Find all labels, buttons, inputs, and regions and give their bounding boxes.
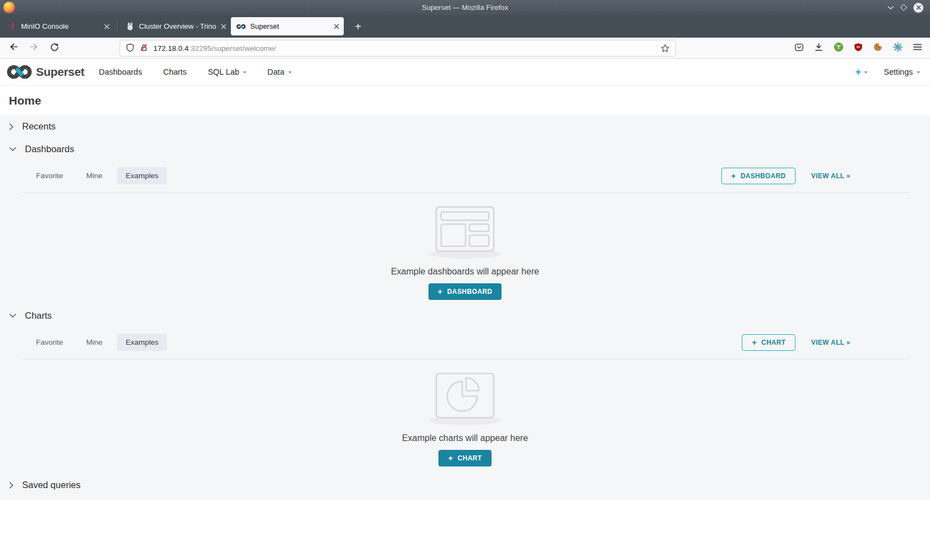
- section-label: Charts: [25, 310, 52, 321]
- extension-green-icon[interactable]: [834, 42, 844, 54]
- nav-item-label: SQL Lab: [208, 68, 239, 76]
- new-item-menu-button[interactable]: +: [855, 67, 867, 77]
- button-label: CHART: [458, 454, 482, 462]
- tab-trino[interactable]: Cluster Overview - Trino: [120, 17, 231, 35]
- dashboards-empty-state: Example dashboards will appear here + DA…: [0, 193, 930, 304]
- tab-favorite[interactable]: Favorite: [27, 167, 72, 184]
- add-chart-cta-button[interactable]: + CHART: [438, 450, 491, 466]
- tab-close-icon[interactable]: [334, 24, 339, 29]
- extension-asterisk-icon[interactable]: [893, 42, 903, 54]
- superset-brand[interactable]: Superset: [7, 64, 84, 80]
- plus-icon: +: [448, 454, 453, 462]
- tab-superset[interactable]: Superset: [231, 17, 344, 35]
- section-saved-queries[interactable]: Saved queries: [0, 471, 930, 500]
- minio-favicon: [9, 22, 17, 30]
- nav-item-data[interactable]: Data: [267, 68, 292, 76]
- chevron-down-icon: [9, 313, 17, 318]
- tab-examples[interactable]: Examples: [117, 167, 167, 184]
- plus-icon: +: [438, 288, 443, 295]
- tab-minio-console[interactable]: MinIO Console: [3, 17, 114, 35]
- charts-controls: Favorite Mine Examples + CHART VIEW ALL …: [27, 334, 910, 351]
- tab-close-icon[interactable]: [221, 24, 226, 29]
- insecure-lock-icon[interactable]: [140, 43, 148, 54]
- dashboards-view-all-link[interactable]: VIEW ALL »: [811, 172, 850, 180]
- tab-mine[interactable]: Mine: [78, 334, 111, 351]
- trino-favicon: [126, 22, 135, 31]
- empty-dashboard-icon: [423, 206, 507, 259]
- url-host: 172.18.0.4: [153, 44, 189, 53]
- forward-button-icon[interactable]: [29, 43, 39, 53]
- section-charts[interactable]: Charts: [0, 304, 930, 327]
- chevron-right-icon: [9, 481, 14, 489]
- chevron-right-icon: [9, 123, 14, 131]
- extension-cookie-icon[interactable]: [873, 42, 883, 54]
- nav-item-label: Data: [267, 68, 285, 76]
- button-label: DASHBOARD: [741, 172, 786, 180]
- nav-item-dashboards[interactable]: Dashboards: [99, 68, 142, 76]
- superset-navbar: Superset Dashboards Charts SQL Lab Data …: [0, 59, 930, 86]
- window-controls: [887, 0, 923, 15]
- tab-examples[interactable]: Examples: [117, 334, 167, 351]
- nav-item-charts[interactable]: Charts: [163, 68, 187, 76]
- section-label: Recents: [22, 121, 56, 132]
- tab-mine[interactable]: Mine: [78, 167, 111, 184]
- downloads-icon[interactable]: [814, 43, 824, 54]
- chevron-down-icon: [9, 147, 17, 152]
- window-close-icon[interactable]: [913, 3, 923, 13]
- section-label: Dashboards: [25, 144, 74, 154]
- window-title: Superset — Mozilla Firefox: [422, 3, 508, 12]
- charts-view-all-link[interactable]: VIEW ALL »: [811, 339, 850, 346]
- new-tab-button[interactable]: +: [352, 21, 365, 32]
- add-dashboard-button[interactable]: + DASHBOARD: [721, 168, 796, 184]
- plus-icon: +: [731, 172, 736, 180]
- url-text: 172.18.0.4:32295/superset/welcome/: [153, 44, 276, 53]
- add-dashboard-cta-button[interactable]: + DASHBOARD: [428, 283, 502, 300]
- back-button-icon[interactable]: [9, 43, 18, 53]
- url-path: :32295/superset/welcome/: [189, 44, 276, 53]
- settings-label: Settings: [884, 68, 913, 76]
- nav-item-sql-lab[interactable]: SQL Lab: [208, 68, 246, 76]
- window-maximize-icon[interactable]: [900, 4, 907, 11]
- tab-title: Cluster Overview - Trino: [139, 22, 216, 30]
- superset-logo-icon: [7, 64, 32, 80]
- plus-icon: +: [855, 67, 861, 77]
- section-dashboards[interactable]: Dashboards: [0, 138, 930, 160]
- nav-item-label: Charts: [163, 68, 187, 76]
- empty-state-text: Example charts will appear here: [402, 433, 528, 443]
- window-titlebar: Superset — Mozilla Firefox: [0, 0, 930, 15]
- caret-down-icon: [917, 71, 920, 74]
- home-content: Recents Dashboards Favorite Mine Example…: [0, 115, 930, 500]
- empty-chart-icon: [423, 372, 507, 426]
- tab-favorite[interactable]: Favorite: [27, 334, 72, 351]
- superset-menu: Dashboards Charts SQL Lab Data: [99, 68, 291, 76]
- dashboards-controls: Favorite Mine Examples + DASHBOARD VIEW …: [27, 167, 910, 184]
- button-label: CHART: [761, 339, 786, 346]
- tab-title: Superset: [250, 22, 329, 30]
- empty-state-text: Example dashboards will appear here: [391, 267, 539, 277]
- shield-icon[interactable]: [126, 43, 135, 54]
- button-label: DASHBOARD: [447, 288, 493, 295]
- page-title: Home: [9, 94, 921, 107]
- menu-hamburger-icon[interactable]: [913, 43, 922, 53]
- settings-menu-button[interactable]: Settings: [884, 68, 920, 76]
- brand-name: Superset: [36, 65, 84, 79]
- charts-filter-tabs: Favorite Mine Examples: [27, 334, 167, 351]
- superset-favicon: [236, 23, 246, 30]
- tab-title: MinIO Console: [21, 22, 100, 30]
- reload-button-icon[interactable]: [50, 43, 59, 54]
- section-recents[interactable]: Recents: [0, 115, 930, 138]
- url-bar[interactable]: 172.18.0.4:32295/superset/welcome/: [120, 40, 676, 56]
- caret-down-icon: [864, 71, 867, 74]
- add-chart-button[interactable]: + CHART: [742, 334, 795, 351]
- pocket-icon[interactable]: [794, 43, 804, 54]
- tab-close-icon[interactable]: [104, 24, 110, 29]
- firefox-logo-icon: [3, 2, 15, 13]
- tab-separator: [117, 21, 117, 32]
- plus-icon: +: [752, 339, 757, 346]
- window-minimize-icon[interactable]: [887, 6, 894, 10]
- bookmark-star-icon[interactable]: [660, 44, 670, 53]
- extension-shield-icon[interactable]: [854, 43, 863, 54]
- caret-down-icon: [243, 71, 246, 74]
- browser-tab-bar: MinIO Console Cluster Overview - Trino S…: [0, 15, 930, 38]
- caret-down-icon: [288, 71, 292, 74]
